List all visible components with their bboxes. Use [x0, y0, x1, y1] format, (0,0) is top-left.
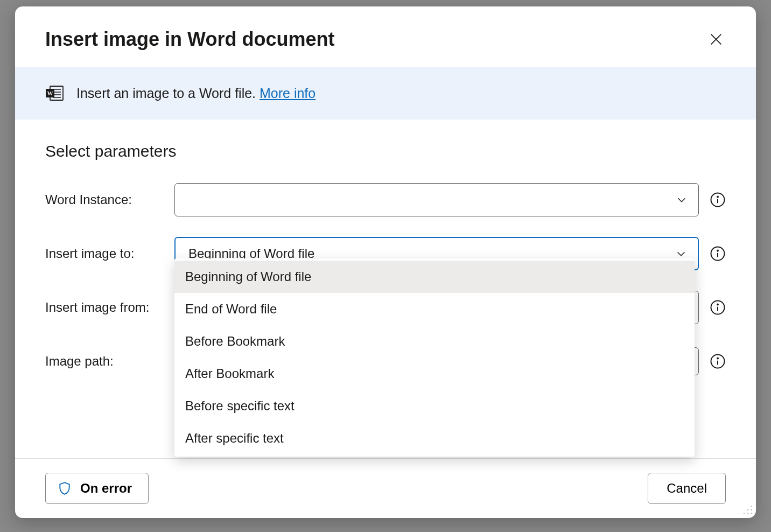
- modal-title: Insert image in Word document: [45, 28, 334, 51]
- svg-point-20: [717, 358, 718, 359]
- close-button[interactable]: [706, 30, 726, 49]
- resize-grip-icon[interactable]: [742, 504, 754, 516]
- image-path-label: Image path:: [45, 354, 164, 369]
- info-banner: W Insert an image to a Word file. More i…: [15, 67, 756, 120]
- on-error-label: On error: [80, 481, 132, 496]
- insert-from-info[interactable]: [710, 299, 726, 316]
- info-icon: [710, 192, 726, 208]
- svg-point-21: [751, 506, 752, 507]
- svg-point-14: [717, 250, 718, 251]
- more-info-link[interactable]: More info: [260, 86, 316, 101]
- svg-point-22: [751, 509, 752, 511]
- banner-description: Insert an image to a Word file.: [76, 86, 260, 101]
- word-instance-info[interactable]: [710, 192, 726, 208]
- insert-to-label: Insert image to:: [45, 246, 164, 261]
- insert-from-label: Insert image from:: [45, 300, 164, 315]
- cancel-button[interactable]: Cancel: [648, 473, 726, 504]
- banner-text: Insert an image to a Word file. More inf…: [76, 86, 316, 101]
- svg-text:W: W: [47, 90, 53, 96]
- chevron-down-icon: [675, 248, 687, 260]
- word-instance-label: Word Instance:: [45, 192, 164, 207]
- svg-point-24: [751, 513, 752, 514]
- dropdown-option[interactable]: After specific text: [174, 422, 695, 454]
- info-icon: [710, 299, 726, 316]
- word-instance-dropdown[interactable]: [174, 183, 699, 216]
- dropdown-option[interactable]: Before Bookmark: [174, 325, 695, 358]
- cancel-label: Cancel: [667, 481, 707, 495]
- dropdown-option[interactable]: After Bookmark: [174, 358, 695, 390]
- info-icon: [710, 353, 726, 369]
- shield-icon: [58, 481, 72, 495]
- dropdown-option[interactable]: End of Word file: [174, 293, 695, 325]
- content-area: Select parameters Word Instance: Insert …: [15, 120, 756, 458]
- chevron-down-icon: [676, 194, 688, 206]
- dropdown-option[interactable]: Beginning of Word file: [174, 261, 695, 293]
- word-icon: W: [45, 85, 64, 101]
- svg-point-11: [717, 196, 718, 197]
- info-icon: [710, 246, 726, 262]
- svg-point-25: [747, 513, 749, 514]
- image-path-info[interactable]: [710, 353, 726, 369]
- insert-to-dropdown-list: Beginning of Word file End of Word file …: [174, 258, 695, 457]
- modal-dialog: Insert image in Word document W Insert a…: [15, 6, 756, 518]
- close-icon: [709, 32, 724, 47]
- insert-to-info[interactable]: [710, 246, 726, 262]
- svg-point-23: [747, 509, 749, 511]
- modal-footer: On error Cancel: [15, 458, 756, 518]
- modal-header: Insert image in Word document: [15, 6, 756, 67]
- param-row-word-instance: Word Instance:: [45, 183, 726, 216]
- on-error-button[interactable]: On error: [45, 473, 149, 504]
- dropdown-option[interactable]: Before specific text: [174, 390, 695, 422]
- svg-point-26: [744, 513, 745, 514]
- section-title: Select parameters: [45, 142, 726, 160]
- svg-point-17: [717, 304, 718, 305]
